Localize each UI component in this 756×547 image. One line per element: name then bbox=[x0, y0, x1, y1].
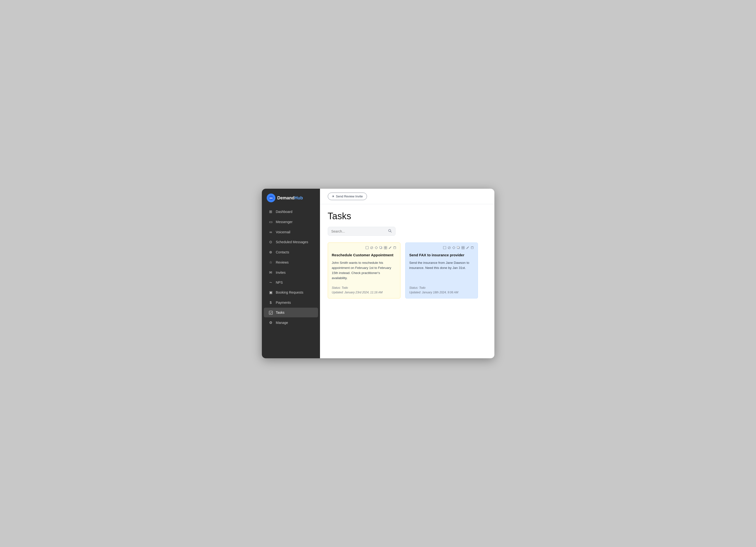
svg-rect-2 bbox=[269, 311, 273, 314]
grid-icon-2[interactable] bbox=[461, 246, 465, 250]
svg-rect-11 bbox=[384, 246, 385, 248]
sidebar: DH DemandHub ⊞ Dashboard ▭ Messenger ∞ V… bbox=[262, 189, 320, 358]
sidebar-item-label: Messenger bbox=[276, 220, 293, 224]
sidebar-item-label: Invites bbox=[276, 271, 286, 274]
svg-rect-24 bbox=[462, 248, 463, 249]
sidebar-item-label: NPS bbox=[276, 281, 283, 284]
svg-rect-14 bbox=[386, 248, 387, 249]
svg-line-7 bbox=[371, 247, 373, 249]
svg-marker-8 bbox=[375, 246, 378, 249]
sidebar-item-invites[interactable]: ✉ Invites bbox=[264, 268, 318, 277]
sidebar-item-label: Payments bbox=[276, 301, 291, 305]
sidebar-nav: ⊞ Dashboard ▭ Messenger ∞ Voicemail ⊙ Sc… bbox=[262, 207, 320, 354]
sidebar-item-messenger[interactable]: ▭ Messenger bbox=[264, 217, 318, 227]
task-1-status: Status: Todo bbox=[332, 286, 396, 290]
search-bar[interactable] bbox=[328, 227, 396, 236]
card-toolbar-1 bbox=[332, 246, 396, 250]
sidebar-item-manage[interactable]: ⚙ Manage bbox=[264, 318, 318, 328]
sidebar-item-voicemail[interactable]: ∞ Voicemail bbox=[264, 227, 318, 237]
edit-icon-2[interactable] bbox=[466, 246, 469, 250]
task-2-status: Status: Todo bbox=[409, 286, 474, 290]
logo: DH DemandHub bbox=[262, 189, 320, 207]
svg-rect-21 bbox=[457, 246, 459, 248]
task-2-title: Send FAX to insurance provider bbox=[409, 252, 474, 258]
svg-line-4 bbox=[390, 231, 391, 232]
svg-rect-26 bbox=[471, 247, 473, 249]
main-content: ✈ Send Review Invite Tasks bbox=[320, 189, 494, 358]
sidebar-item-scheduled-messages[interactable]: ⊙ Scheduled Messages bbox=[264, 237, 318, 247]
svg-rect-5 bbox=[366, 246, 368, 249]
svg-text:DH: DH bbox=[269, 197, 273, 199]
tasks-icon bbox=[269, 310, 273, 315]
svg-rect-12 bbox=[386, 246, 387, 248]
contacts-icon: ⊛ bbox=[269, 250, 273, 254]
copy-icon[interactable] bbox=[379, 246, 382, 250]
task-card-1: Reschedule Customer Appointment John Smi… bbox=[328, 242, 400, 298]
send-icon: ✈ bbox=[332, 195, 335, 198]
top-bar: ✈ Send Review Invite bbox=[320, 189, 494, 204]
logo-text: DemandHub bbox=[277, 195, 303, 201]
payments-icon: $ bbox=[269, 300, 273, 305]
invites-icon: ✉ bbox=[269, 270, 273, 275]
ban-icon[interactable] bbox=[370, 246, 373, 250]
dashboard-icon: ⊞ bbox=[269, 210, 273, 214]
task-1-updated: Updated: January 23rd 2024, 11:16 AM bbox=[332, 290, 396, 295]
logo-icon: DH bbox=[267, 194, 275, 202]
svg-rect-13 bbox=[384, 248, 385, 249]
sidebar-item-label: Scheduled Messages bbox=[276, 240, 308, 244]
card-toolbar-2 bbox=[409, 246, 474, 250]
task-1-title: Reschedule Customer Appointment bbox=[332, 252, 396, 258]
task-2-updated: Updated: January 18th 2024, 9:06 AM bbox=[409, 290, 474, 295]
sidebar-item-label: Booking Requests bbox=[276, 290, 304, 294]
page-title: Tasks bbox=[328, 211, 487, 221]
tasks-grid: Reschedule Customer Appointment John Smi… bbox=[328, 242, 487, 298]
sidebar-item-booking-requests[interactable]: ▣ Booking Requests bbox=[264, 288, 318, 297]
svg-line-18 bbox=[448, 247, 450, 249]
booking-requests-icon: ▣ bbox=[269, 290, 273, 295]
sidebar-item-nps[interactable]: 〜 NPS bbox=[264, 278, 318, 287]
svg-rect-15 bbox=[394, 247, 396, 249]
bookmark-icon-2[interactable] bbox=[443, 246, 446, 250]
nps-icon: 〜 bbox=[269, 281, 273, 284]
svg-rect-10 bbox=[380, 246, 382, 248]
bookmark-icon[interactable] bbox=[366, 246, 369, 250]
ban-icon-2[interactable] bbox=[448, 246, 451, 250]
edit-icon[interactable] bbox=[389, 246, 392, 250]
task-card-2: Send FAX to insurance provider Send the … bbox=[405, 242, 478, 298]
svg-rect-22 bbox=[462, 246, 463, 248]
diamond-icon[interactable] bbox=[375, 246, 378, 250]
sidebar-item-label: Manage bbox=[276, 321, 288, 325]
diamond-icon-2[interactable] bbox=[452, 246, 455, 250]
sidebar-item-payments[interactable]: $ Payments bbox=[264, 298, 318, 307]
voicemail-icon: ∞ bbox=[269, 230, 273, 234]
task-2-description: Send the insurance from Jane Dawson to i… bbox=[409, 260, 474, 281]
sidebar-item-label: Dashboard bbox=[276, 210, 293, 214]
manage-icon: ⚙ bbox=[269, 320, 273, 325]
svg-rect-16 bbox=[443, 246, 446, 249]
scheduled-messages-icon: ⊙ bbox=[269, 240, 273, 244]
sidebar-item-label: Reviews bbox=[276, 260, 289, 264]
grid-icon[interactable] bbox=[384, 246, 387, 250]
task-1-footer: Status: Todo Updated: January 23rd 2024,… bbox=[332, 286, 396, 295]
svg-rect-23 bbox=[463, 246, 464, 248]
sidebar-item-label: Contacts bbox=[276, 250, 289, 254]
sidebar-item-tasks[interactable]: Tasks bbox=[264, 308, 318, 317]
sidebar-item-label: Voicemail bbox=[276, 230, 290, 234]
sidebar-item-reviews[interactable]: ☆ Reviews bbox=[264, 258, 318, 267]
svg-marker-19 bbox=[452, 246, 455, 249]
delete-icon-2[interactable] bbox=[471, 246, 474, 250]
app-window: DH DemandHub ⊞ Dashboard ▭ Messenger ∞ V… bbox=[262, 189, 494, 358]
reviews-icon: ☆ bbox=[269, 260, 273, 265]
task-2-footer: Status: Todo Updated: January 18th 2024,… bbox=[409, 286, 474, 295]
svg-rect-25 bbox=[463, 248, 464, 249]
task-1-description: John Smith wants to reschedule his appoi… bbox=[332, 260, 396, 281]
copy-icon-2[interactable] bbox=[457, 246, 460, 250]
sidebar-item-label: Tasks bbox=[276, 311, 285, 314]
search-input[interactable] bbox=[331, 229, 386, 233]
sidebar-item-contacts[interactable]: ⊛ Contacts bbox=[264, 247, 318, 257]
messenger-icon: ▭ bbox=[269, 220, 273, 224]
send-review-invite-button[interactable]: ✈ Send Review Invite bbox=[328, 193, 367, 200]
sidebar-item-dashboard[interactable]: ⊞ Dashboard bbox=[264, 207, 318, 217]
delete-icon[interactable] bbox=[393, 246, 396, 250]
page-body: Tasks bbox=[320, 204, 494, 358]
